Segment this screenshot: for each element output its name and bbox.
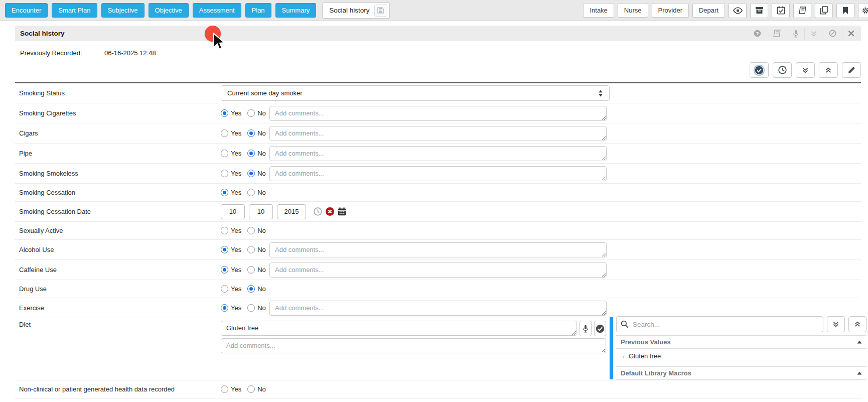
radio-no[interactable] xyxy=(247,246,255,253)
date-year-input[interactable] xyxy=(277,204,306,219)
comments-input[interactable] xyxy=(269,166,607,181)
radio-yes[interactable] xyxy=(221,227,228,234)
radio-yes[interactable] xyxy=(221,285,228,293)
header-chevrons-down-button[interactable] xyxy=(804,28,823,40)
archive-button[interactable] xyxy=(750,3,768,18)
stage-button-depart[interactable]: Depart xyxy=(692,3,725,18)
clock-action-button[interactable] xyxy=(773,62,792,78)
bookmark-button[interactable] xyxy=(836,3,854,18)
radio-no[interactable] xyxy=(247,189,255,196)
radio-option-yes[interactable]: Yes xyxy=(221,189,241,196)
nav-button-assessment[interactable]: Assessment xyxy=(193,3,241,18)
radio-option-no[interactable]: No xyxy=(247,385,266,393)
radio-option-no[interactable]: No xyxy=(247,227,266,234)
radio-yes[interactable] xyxy=(221,189,228,196)
radio-option-yes[interactable]: Yes xyxy=(221,385,241,393)
clock-button[interactable] xyxy=(314,207,322,216)
book-button[interactable] xyxy=(793,3,811,18)
panel-chevrons-down-button[interactable] xyxy=(827,316,845,332)
radio-yes[interactable] xyxy=(221,129,228,137)
comments-input[interactable] xyxy=(269,106,607,121)
radio-option-yes[interactable]: Yes xyxy=(221,129,241,137)
radio-yes[interactable] xyxy=(221,246,228,253)
radio-option-yes[interactable]: Yes xyxy=(221,266,241,274)
header-help-button[interactable]: ? xyxy=(748,27,767,40)
radio-option-yes[interactable]: Yes xyxy=(221,304,241,312)
comments-input[interactable] xyxy=(269,262,607,278)
comments-input[interactable] xyxy=(269,301,607,316)
save-tab-button[interactable] xyxy=(374,5,387,17)
header-microphone-button[interactable] xyxy=(787,27,804,40)
radio-no[interactable] xyxy=(247,150,255,157)
diet-input[interactable] xyxy=(221,321,577,336)
header-book-button[interactable] xyxy=(767,27,787,40)
radio-option-yes[interactable]: Yes xyxy=(221,285,241,293)
panel-chevrons-up-button[interactable] xyxy=(848,316,866,332)
comments-input[interactable] xyxy=(269,146,607,161)
nav-button-plan[interactable]: Plan xyxy=(245,3,271,18)
radio-option-yes[interactable]: Yes xyxy=(221,150,241,157)
row-controls: YesNo xyxy=(221,106,607,121)
section-header-default-library-macros[interactable]: Default Library Macros xyxy=(616,366,866,380)
header-close-button[interactable] xyxy=(842,28,860,39)
radio-option-no[interactable]: No xyxy=(247,189,266,196)
date-month-input[interactable] xyxy=(221,204,245,219)
comments-input[interactable] xyxy=(269,242,607,257)
nav-button-smart-plan[interactable]: Smart Plan xyxy=(52,3,97,18)
calendar-check-button[interactable] xyxy=(772,3,790,18)
radio-no[interactable] xyxy=(247,266,255,274)
radio-option-no[interactable]: No xyxy=(247,150,266,157)
radio-yes[interactable] xyxy=(221,109,228,117)
diet-comments-input[interactable] xyxy=(221,338,606,353)
radio-option-yes[interactable]: Yes xyxy=(221,246,241,253)
comments-input[interactable] xyxy=(269,126,607,141)
microphone-mini-button[interactable] xyxy=(580,321,592,336)
chevrons-up-action-button[interactable] xyxy=(819,62,838,78)
radio-option-no[interactable]: No xyxy=(247,266,266,274)
previous-value-item[interactable]: ‹Gluten free xyxy=(616,349,866,363)
radio-no[interactable] xyxy=(247,170,255,177)
remove-button[interactable] xyxy=(326,207,334,216)
date-day-input[interactable] xyxy=(249,204,273,219)
copy-button[interactable] xyxy=(815,3,833,18)
radio-yes[interactable] xyxy=(221,150,228,157)
stage-button-provider[interactable]: Provider xyxy=(652,3,689,18)
radio-no[interactable] xyxy=(247,385,255,393)
stage-button-intake[interactable]: Intake xyxy=(583,3,614,18)
nav-button-subjective[interactable]: Subjective xyxy=(101,3,144,18)
tab-social-history[interactable]: Social history xyxy=(322,3,389,19)
radio-yes[interactable] xyxy=(221,304,228,312)
check-circle-action-button[interactable] xyxy=(750,62,769,78)
calendar-button[interactable] xyxy=(338,207,346,216)
radio-no[interactable] xyxy=(247,129,255,137)
radio-option-yes[interactable]: Yes xyxy=(221,109,241,117)
radio-yes[interactable] xyxy=(221,266,228,274)
radio-option-no[interactable]: No xyxy=(247,109,266,117)
check-circle-mini-button[interactable] xyxy=(594,321,606,336)
section-header-previous-values[interactable]: Previous Values xyxy=(616,335,866,349)
radio-no[interactable] xyxy=(247,285,255,293)
pencil-action-button[interactable] xyxy=(842,62,861,78)
search-input[interactable] xyxy=(616,316,823,332)
radio-option-yes[interactable]: Yes xyxy=(221,170,241,177)
header-ban-button[interactable] xyxy=(823,27,842,40)
gears-button[interactable] xyxy=(858,3,868,18)
radio-no[interactable] xyxy=(247,304,255,312)
radio-option-yes[interactable]: Yes xyxy=(221,227,241,234)
radio-option-no[interactable]: No xyxy=(247,246,266,253)
stage-button-nurse[interactable]: Nurse xyxy=(618,3,648,18)
eye-button[interactable] xyxy=(729,3,747,18)
nav-button-encounter[interactable]: Encounter xyxy=(5,3,48,18)
radio-option-no[interactable]: No xyxy=(247,285,266,293)
radio-no[interactable] xyxy=(247,109,255,117)
chevrons-down-action-button[interactable] xyxy=(796,62,815,78)
radio-option-no[interactable]: No xyxy=(247,304,266,312)
nav-button-objective[interactable]: Objective xyxy=(149,3,189,18)
radio-no[interactable] xyxy=(247,227,255,234)
smoking-status-select[interactable]: Current some day smoker xyxy=(221,85,610,101)
radio-yes[interactable] xyxy=(221,170,228,177)
radio-option-no[interactable]: No xyxy=(247,129,266,137)
radio-yes[interactable] xyxy=(221,385,228,393)
radio-option-no[interactable]: No xyxy=(247,170,266,177)
nav-button-summary[interactable]: Summary xyxy=(275,3,317,18)
